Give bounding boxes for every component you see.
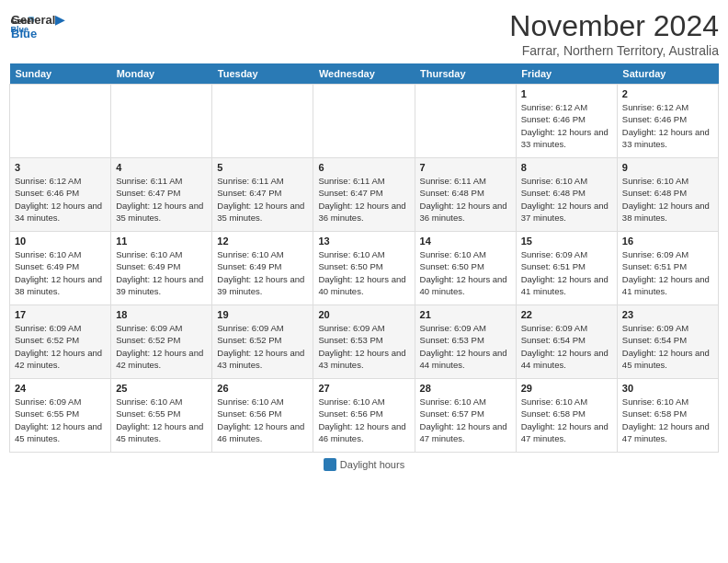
day-info: Sunrise: 6:10 AM Sunset: 6:57 PM Dayligh… bbox=[420, 396, 511, 444]
header-day: Saturday bbox=[617, 63, 718, 85]
header-day: Wednesday bbox=[313, 63, 415, 85]
day-number: 15 bbox=[521, 236, 612, 247]
calendar-cell: 1Sunrise: 6:12 AM Sunset: 6:46 PM Daylig… bbox=[516, 85, 617, 158]
day-info: Sunrise: 6:10 AM Sunset: 6:49 PM Dayligh… bbox=[15, 248, 106, 297]
calendar-cell: 10Sunrise: 6:10 AM Sunset: 6:49 PM Dayli… bbox=[10, 232, 111, 305]
calendar-cell: 26Sunrise: 6:10 AM Sunset: 6:56 PM Dayli… bbox=[212, 379, 313, 453]
day-number: 9 bbox=[622, 162, 713, 173]
day-number: 23 bbox=[622, 309, 713, 320]
day-info: Sunrise: 6:09 AM Sunset: 6:54 PM Dayligh… bbox=[622, 322, 713, 371]
day-info: Sunrise: 6:11 AM Sunset: 6:47 PM Dayligh… bbox=[318, 175, 409, 224]
calendar-cell: 5Sunrise: 6:11 AM Sunset: 6:47 PM Daylig… bbox=[212, 158, 313, 232]
day-info: Sunrise: 6:11 AM Sunset: 6:48 PM Dayligh… bbox=[420, 175, 511, 224]
calendar-cell: 3Sunrise: 6:12 AM Sunset: 6:46 PM Daylig… bbox=[10, 158, 111, 232]
day-info: Sunrise: 6:12 AM Sunset: 6:46 PM Dayligh… bbox=[15, 175, 106, 224]
calendar-cell: 4Sunrise: 6:11 AM Sunset: 6:47 PM Daylig… bbox=[111, 158, 212, 232]
day-info: Sunrise: 6:09 AM Sunset: 6:54 PM Dayligh… bbox=[521, 322, 612, 371]
day-info: Sunrise: 6:10 AM Sunset: 6:56 PM Dayligh… bbox=[217, 396, 308, 444]
header-day: Sunday bbox=[10, 63, 111, 85]
calendar-week-row: 1Sunrise: 6:12 AM Sunset: 6:46 PM Daylig… bbox=[10, 85, 719, 158]
calendar-cell: 22Sunrise: 6:09 AM Sunset: 6:54 PM Dayli… bbox=[516, 305, 617, 379]
day-number: 5 bbox=[217, 162, 308, 173]
day-number: 19 bbox=[217, 309, 308, 320]
calendar-cell: 18Sunrise: 6:09 AM Sunset: 6:52 PM Dayli… bbox=[111, 305, 212, 379]
calendar-cell: 14Sunrise: 6:10 AM Sunset: 6:50 PM Dayli… bbox=[415, 232, 516, 305]
logo-general: General▶ bbox=[11, 13, 64, 27]
day-info: Sunrise: 6:09 AM Sunset: 6:51 PM Dayligh… bbox=[622, 248, 713, 297]
calendar-cell: 16Sunrise: 6:09 AM Sunset: 6:51 PM Dayli… bbox=[617, 232, 718, 305]
calendar-cell: 29Sunrise: 6:10 AM Sunset: 6:58 PM Dayli… bbox=[516, 379, 617, 453]
day-info: Sunrise: 6:10 AM Sunset: 6:49 PM Dayligh… bbox=[116, 248, 207, 297]
day-number: 4 bbox=[116, 162, 207, 173]
day-info: Sunrise: 6:10 AM Sunset: 6:50 PM Dayligh… bbox=[420, 248, 511, 297]
header-day: Thursday bbox=[415, 63, 516, 85]
day-info: Sunrise: 6:10 AM Sunset: 6:48 PM Dayligh… bbox=[622, 175, 713, 224]
calendar-cell: 23Sunrise: 6:09 AM Sunset: 6:54 PM Dayli… bbox=[617, 305, 718, 379]
logo-blue: Blue bbox=[11, 27, 64, 40]
calendar-week-row: 17Sunrise: 6:09 AM Sunset: 6:52 PM Dayli… bbox=[10, 305, 719, 379]
calendar-cell: 9Sunrise: 6:10 AM Sunset: 6:48 PM Daylig… bbox=[617, 158, 718, 232]
day-number: 29 bbox=[521, 383, 612, 394]
calendar-cell: 15Sunrise: 6:09 AM Sunset: 6:51 PM Dayli… bbox=[516, 232, 617, 305]
day-number: 24 bbox=[15, 383, 106, 394]
calendar-cell: 21Sunrise: 6:09 AM Sunset: 6:53 PM Dayli… bbox=[415, 305, 516, 379]
day-number: 10 bbox=[15, 236, 106, 247]
day-number: 1 bbox=[521, 88, 612, 99]
legend-item: Daylight hours bbox=[324, 458, 404, 471]
header-day: Tuesday bbox=[212, 63, 313, 85]
calendar-cell: 25Sunrise: 6:10 AM Sunset: 6:55 PM Dayli… bbox=[111, 379, 212, 453]
calendar-cell bbox=[212, 85, 313, 158]
day-info: Sunrise: 6:09 AM Sunset: 6:52 PM Dayligh… bbox=[15, 322, 106, 371]
day-number: 17 bbox=[15, 309, 106, 320]
calendar-cell: 30Sunrise: 6:10 AM Sunset: 6:58 PM Dayli… bbox=[617, 379, 718, 453]
day-info: Sunrise: 6:12 AM Sunset: 6:46 PM Dayligh… bbox=[622, 101, 713, 150]
calendar-week-row: 24Sunrise: 6:09 AM Sunset: 6:55 PM Dayli… bbox=[10, 379, 719, 453]
calendar-cell: 8Sunrise: 6:10 AM Sunset: 6:48 PM Daylig… bbox=[516, 158, 617, 232]
calendar-cell bbox=[111, 85, 212, 158]
day-info: Sunrise: 6:11 AM Sunset: 6:47 PM Dayligh… bbox=[217, 175, 308, 224]
day-number: 16 bbox=[622, 236, 713, 247]
calendar-cell: 27Sunrise: 6:10 AM Sunset: 6:56 PM Dayli… bbox=[313, 379, 415, 453]
day-info: Sunrise: 6:10 AM Sunset: 6:56 PM Dayligh… bbox=[318, 396, 409, 444]
day-number: 12 bbox=[217, 236, 308, 247]
day-info: Sunrise: 6:10 AM Sunset: 6:48 PM Dayligh… bbox=[521, 175, 612, 224]
day-info: Sunrise: 6:09 AM Sunset: 6:51 PM Dayligh… bbox=[521, 248, 612, 297]
day-info: Sunrise: 6:10 AM Sunset: 6:50 PM Dayligh… bbox=[318, 248, 409, 297]
day-number: 2 bbox=[622, 88, 713, 99]
calendar-cell: 6Sunrise: 6:11 AM Sunset: 6:47 PM Daylig… bbox=[313, 158, 415, 232]
calendar-cell: 17Sunrise: 6:09 AM Sunset: 6:52 PM Dayli… bbox=[10, 305, 111, 379]
calendar-cell: 11Sunrise: 6:10 AM Sunset: 6:49 PM Dayli… bbox=[111, 232, 212, 305]
calendar-cell: 19Sunrise: 6:09 AM Sunset: 6:52 PM Dayli… bbox=[212, 305, 313, 379]
calendar-table: SundayMondayTuesdayWednesdayThursdayFrid… bbox=[9, 63, 719, 453]
calendar-week-row: 3Sunrise: 6:12 AM Sunset: 6:46 PM Daylig… bbox=[10, 158, 719, 232]
day-number: 3 bbox=[15, 162, 106, 173]
day-info: Sunrise: 6:10 AM Sunset: 6:58 PM Dayligh… bbox=[622, 396, 713, 444]
day-number: 26 bbox=[217, 383, 308, 394]
day-info: Sunrise: 6:11 AM Sunset: 6:47 PM Dayligh… bbox=[116, 175, 207, 224]
day-number: 28 bbox=[420, 383, 511, 394]
calendar-week-row: 10Sunrise: 6:10 AM Sunset: 6:49 PM Dayli… bbox=[10, 232, 719, 305]
location-subtitle: Farrar, Northern Territory, Australia bbox=[509, 43, 719, 58]
calendar-cell: 20Sunrise: 6:09 AM Sunset: 6:53 PM Dayli… bbox=[313, 305, 415, 379]
day-number: 27 bbox=[318, 383, 409, 394]
day-number: 30 bbox=[622, 383, 713, 394]
calendar-cell bbox=[10, 85, 111, 158]
page-header: General Blue General▶ Blue November 2024… bbox=[9, 9, 719, 58]
day-number: 18 bbox=[116, 309, 207, 320]
day-info: Sunrise: 6:10 AM Sunset: 6:55 PM Dayligh… bbox=[116, 396, 207, 444]
footer: Daylight hours bbox=[9, 458, 719, 471]
calendar-cell: 12Sunrise: 6:10 AM Sunset: 6:49 PM Dayli… bbox=[212, 232, 313, 305]
calendar-cell: 24Sunrise: 6:09 AM Sunset: 6:55 PM Dayli… bbox=[10, 379, 111, 453]
title-block: November 2024 Farrar, Northern Territory… bbox=[509, 9, 719, 58]
calendar-cell: 2Sunrise: 6:12 AM Sunset: 6:46 PM Daylig… bbox=[617, 85, 718, 158]
day-info: Sunrise: 6:09 AM Sunset: 6:52 PM Dayligh… bbox=[217, 322, 308, 371]
day-info: Sunrise: 6:10 AM Sunset: 6:49 PM Dayligh… bbox=[217, 248, 308, 297]
day-info: Sunrise: 6:09 AM Sunset: 6:53 PM Dayligh… bbox=[318, 322, 409, 371]
day-number: 7 bbox=[420, 162, 511, 173]
day-number: 20 bbox=[318, 309, 409, 320]
day-number: 21 bbox=[420, 309, 511, 320]
day-info: Sunrise: 6:09 AM Sunset: 6:55 PM Dayligh… bbox=[15, 396, 106, 444]
day-info: Sunrise: 6:12 AM Sunset: 6:46 PM Dayligh… bbox=[521, 101, 612, 150]
header-row: SundayMondayTuesdayWednesdayThursdayFrid… bbox=[10, 63, 719, 85]
day-info: Sunrise: 6:09 AM Sunset: 6:52 PM Dayligh… bbox=[116, 322, 207, 371]
